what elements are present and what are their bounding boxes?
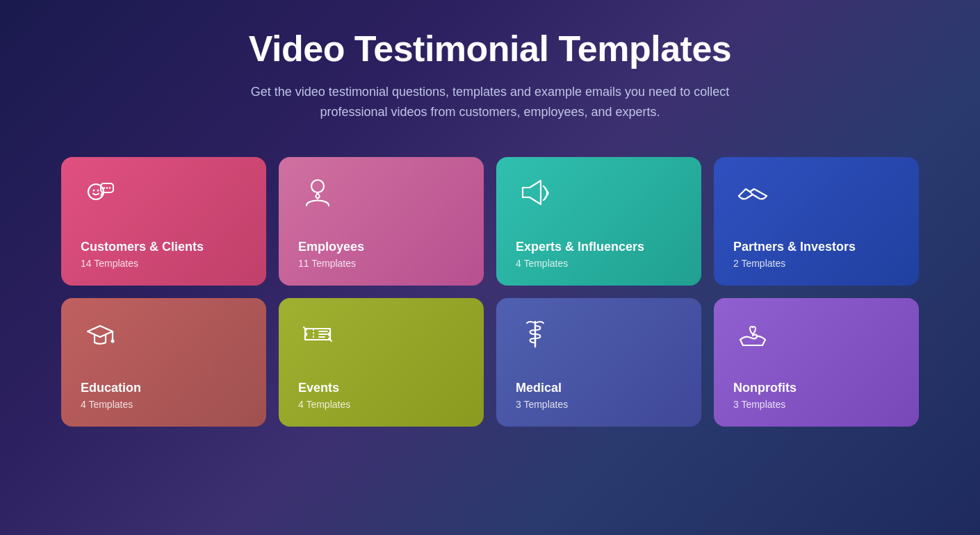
svg-point-1 — [93, 189, 95, 191]
card-employees[interactable]: Employees 11 Templates — [279, 157, 484, 286]
nonprofits-subtitle: 3 Templates — [733, 399, 899, 410]
card-nonprofits[interactable]: Nonprofits 3 Templates — [714, 298, 919, 427]
medical-icon — [516, 315, 555, 354]
card-customers[interactable]: Customers & Clients 14 Templates — [61, 157, 266, 286]
templates-grid: Customers & Clients 14 Templates Employe… — [61, 157, 919, 427]
card-education[interactable]: Education 4 Templates — [61, 298, 266, 427]
svg-point-4 — [104, 187, 106, 189]
customers-subtitle: 14 Templates — [81, 258, 247, 269]
experts-title: Experts & Influencers — [516, 240, 682, 254]
card-events[interactable]: Events 4 Templates — [279, 298, 484, 427]
medical-title: Medical — [516, 381, 682, 395]
employees-icon — [298, 174, 337, 213]
nonprofits-icon — [733, 315, 772, 354]
card-experts[interactable]: Experts & Influencers 4 Templates — [496, 157, 701, 286]
svg-point-7 — [311, 180, 324, 192]
experts-icon — [516, 174, 555, 213]
svg-point-5 — [106, 187, 108, 189]
employees-subtitle: 11 Templates — [298, 258, 464, 269]
education-subtitle: 4 Templates — [81, 399, 247, 410]
card-partners[interactable]: Partners & Investors 2 Templates — [714, 157, 919, 286]
events-title: Events — [298, 381, 464, 395]
svg-point-9 — [111, 339, 115, 343]
employees-title: Employees — [298, 240, 464, 254]
card-medical[interactable]: Medical 3 Templates — [496, 298, 701, 427]
experts-subtitle: 4 Templates — [516, 258, 682, 269]
events-subtitle: 4 Templates — [298, 399, 464, 410]
partners-title: Partners & Investors — [733, 240, 899, 254]
nonprofits-title: Nonprofits — [733, 381, 899, 395]
page-title: Video Testimonial Templates — [247, 28, 733, 69]
svg-point-6 — [109, 187, 111, 189]
medical-subtitle: 3 Templates — [516, 399, 682, 410]
svg-point-2 — [97, 189, 99, 191]
events-icon — [298, 315, 337, 354]
page-subtitle: Get the video testimonial questions, tem… — [247, 82, 733, 122]
customers-icon — [81, 174, 120, 213]
page-header: Video Testimonial Templates Get the vide… — [247, 28, 733, 122]
partners-icon — [733, 174, 772, 213]
customers-title: Customers & Clients — [81, 240, 247, 254]
education-icon — [81, 315, 120, 354]
education-title: Education — [81, 381, 247, 395]
partners-subtitle: 2 Templates — [733, 258, 899, 269]
